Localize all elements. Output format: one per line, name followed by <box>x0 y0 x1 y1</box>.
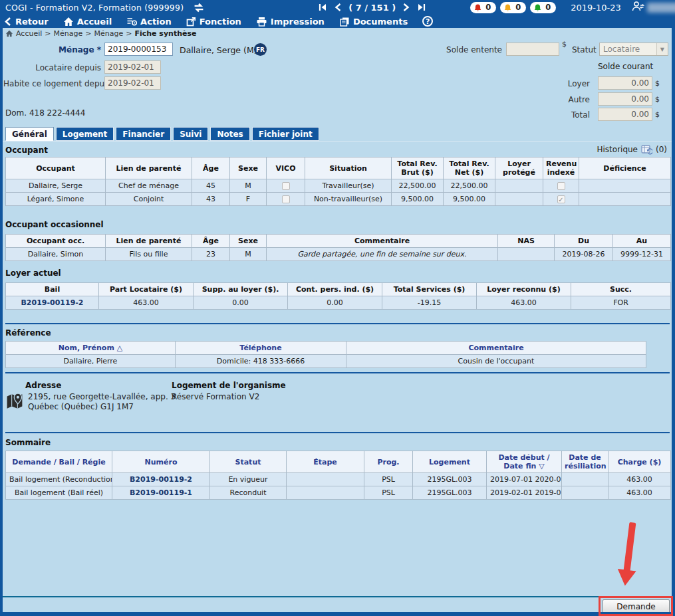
reference-header-row: Nom, Prénom △TéléphoneCommentaire <box>6 342 646 355</box>
column-header: Sexe <box>230 235 267 248</box>
refresh-icon[interactable] <box>193 3 205 13</box>
locataire-depuis-input <box>104 60 161 74</box>
red-bell-badge[interactable]: 0 <box>470 2 496 13</box>
red-alert-count: 0 <box>485 3 491 12</box>
user-switch-icon[interactable] <box>632 1 644 15</box>
cell: 2195GL.003 <box>413 473 487 486</box>
menage-label: Ménage * <box>13 45 101 54</box>
action-gear-icon <box>126 17 137 26</box>
historique-control[interactable]: Historique (0) <box>597 144 667 155</box>
checkbox-unchecked[interactable] <box>282 195 290 203</box>
menu-accueil-label: Accueil <box>77 17 112 27</box>
column-header: Date de résiliation <box>562 451 608 473</box>
previous-record-icon[interactable] <box>334 3 342 12</box>
cell <box>495 179 543 193</box>
cell <box>579 193 671 206</box>
red-bell-icon <box>473 3 482 12</box>
column-header: Date début / Date fin ▽ <box>487 451 562 473</box>
column-header: Situation <box>305 157 392 179</box>
historique-label: Historique <box>597 145 638 154</box>
checkbox-cell <box>267 179 305 193</box>
cell: 2019-08-26 <box>555 248 613 261</box>
tab-logement[interactable]: Logement <box>56 127 114 141</box>
adresse-line2: Québec (Québec) G1J 1M7 <box>28 402 134 412</box>
reference-table: Nom, Prénom △TéléphoneCommentaire Dallai… <box>5 341 646 368</box>
first-record-icon[interactable] <box>318 3 328 12</box>
cell-link[interactable]: B2019-00119-1 <box>112 486 210 500</box>
cell <box>287 486 364 500</box>
historique-count: (0) <box>656 145 667 154</box>
breadcrumb-accueil[interactable]: Accueil <box>16 29 42 38</box>
tab-general[interactable]: Général <box>5 127 54 141</box>
menu-fonction[interactable]: Fonction <box>186 17 241 27</box>
breadcrumb-menage-1[interactable]: Ménage <box>54 29 83 38</box>
total-label: Total <box>552 110 590 120</box>
column-header: Occupant <box>6 157 106 179</box>
organisme-value: Réservé Formation V2 <box>172 392 259 402</box>
breadcrumb-menage-2[interactable]: Ménage <box>94 29 123 38</box>
username-redacted <box>647 3 675 13</box>
tab-fichier-joint[interactable]: Fichier joint <box>252 127 319 141</box>
column-header: Succ. <box>571 283 671 296</box>
cell <box>287 473 364 486</box>
column-header: Total Rev. Net ($) <box>444 157 495 179</box>
section-divider <box>5 432 670 433</box>
cell-link[interactable]: B2019-00119-2 <box>6 296 99 310</box>
column-header: Numéro <box>112 451 210 473</box>
green-bell-badge[interactable]: 0 <box>530 2 556 13</box>
annotation-arrow <box>605 520 653 595</box>
loyer-table: BailPart Locataire ($)Supp. au loyer ($)… <box>5 282 671 310</box>
checkbox-unchecked[interactable] <box>557 182 565 190</box>
application-window: COGI - Formation V2, Formation (999999) … <box>0 0 675 616</box>
column-header: Déficience <box>579 157 671 179</box>
menu-documents[interactable]: Documents <box>339 17 408 27</box>
table-row: Dallaire, SimonFils ou fille23MGarde par… <box>6 248 671 261</box>
cell: 2195GL.003 <box>413 486 487 500</box>
table-row: Dallaire, PierreDomicile: 418 333-6666Co… <box>6 355 646 368</box>
column-header: Nom, Prénom △ <box>6 342 176 355</box>
breadcrumb-current-page: Fiche synthèse <box>134 29 196 38</box>
solde-entente-input <box>506 43 559 56</box>
checkbox-unchecked[interactable] <box>282 182 290 190</box>
next-record-icon[interactable] <box>402 3 410 12</box>
column-header: Lien de parenté <box>106 157 192 179</box>
tab-financier[interactable]: Financier <box>116 127 171 141</box>
menu-accueil[interactable]: Accueil <box>63 17 112 27</box>
cell: 463.00 <box>477 296 571 310</box>
amber-bell-badge[interactable]: 0 <box>500 2 526 13</box>
checkbox-checked[interactable]: ✓ <box>557 195 565 203</box>
loyer-section-title: Loyer actuel <box>5 268 61 278</box>
help-button[interactable]: ? <box>422 16 433 27</box>
statut-select[interactable]: Locataire ▼ <box>599 43 668 56</box>
column-header: Du <box>555 235 613 248</box>
amber-bell-icon <box>503 3 512 12</box>
menu-retour[interactable]: Retour <box>4 17 49 27</box>
occasionnel-section-title: Occupant occasionnel <box>5 220 104 229</box>
cell <box>562 486 608 500</box>
cell: Dallaire, Simon <box>6 248 106 261</box>
column-header: Commentaire <box>346 342 646 355</box>
column-header: Prog. <box>364 451 413 473</box>
cell: 9,500.00 <box>392 193 444 206</box>
loyer-label: Loyer <box>552 79 590 88</box>
cell: 45 <box>192 179 230 193</box>
checkbox-cell <box>543 179 579 193</box>
tab-notes[interactable]: Notes <box>210 127 249 141</box>
cell <box>562 473 608 486</box>
printer-icon <box>256 17 267 27</box>
tab-suivi[interactable]: Suivi <box>173 127 208 141</box>
footer-divider <box>0 596 675 597</box>
documents-icon <box>339 17 350 27</box>
last-record-icon[interactable] <box>416 3 426 12</box>
top-bar: COGI - Formation V2, Formation (999999) … <box>0 0 675 28</box>
menu-action[interactable]: Action <box>126 17 172 27</box>
occasionnel-table: Occupant occ.Lien de parentéÂgeSexeComme… <box>5 234 671 261</box>
menage-input[interactable] <box>104 43 173 56</box>
home-icon <box>63 17 74 27</box>
cell-link[interactable]: B2019-00119-2 <box>112 473 210 486</box>
cell: FOR <box>571 296 671 310</box>
menu-impression[interactable]: Impression <box>256 17 325 27</box>
column-header: Loyer reconnu ($) <box>477 283 571 296</box>
table-row: Dallaire, SergeChef de ménage45MTravaill… <box>6 179 671 193</box>
total-dollar: $ <box>655 110 660 119</box>
